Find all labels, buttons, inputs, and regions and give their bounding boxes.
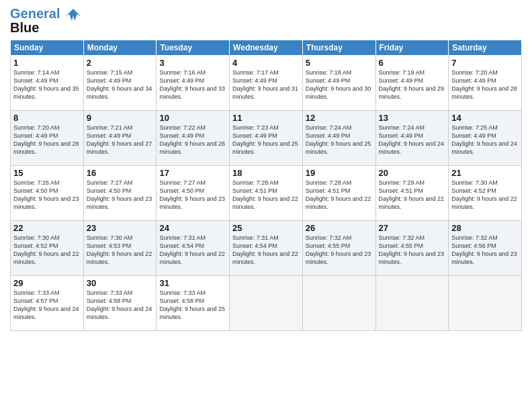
calendar-cell: 2Sunrise: 7:15 AMSunset: 4:49 PMDaylight…	[83, 55, 157, 110]
calendar-cell: 17Sunrise: 7:27 AMSunset: 4:50 PMDayligh…	[157, 165, 230, 220]
day-number: 3	[159, 58, 226, 68]
col-wednesday: Wednesday	[230, 40, 303, 55]
day-number: 22	[13, 223, 81, 233]
main-container: General Blue Sunday Monday Tuesday Wedne…	[0, 0, 532, 334]
day-number: 12	[306, 113, 373, 123]
calendar-header-row: Sunday Monday Tuesday Wednesday Thursday…	[11, 40, 522, 55]
day-number: 16	[87, 168, 154, 178]
calendar-cell: 8Sunrise: 7:20 AMSunset: 4:49 PMDaylight…	[11, 110, 84, 165]
calendar-table: Sunday Monday Tuesday Wednesday Thursday…	[10, 40, 522, 331]
day-info: Sunrise: 7:20 AMSunset: 4:49 PMDaylight:…	[13, 124, 81, 156]
day-number: 25	[232, 223, 300, 233]
calendar-cell: 12Sunrise: 7:24 AMSunset: 4:49 PMDayligh…	[302, 110, 375, 165]
day-number: 20	[379, 168, 446, 178]
day-info: Sunrise: 7:29 AMSunset: 4:51 PMDaylight:…	[379, 179, 446, 212]
calendar-cell: 28Sunrise: 7:32 AMSunset: 4:56 PMDayligh…	[449, 220, 522, 275]
col-sunday: Sunday	[11, 40, 84, 55]
calendar-cell	[449, 275, 522, 330]
day-info: Sunrise: 7:32 AMSunset: 4:55 PMDaylight:…	[379, 234, 446, 267]
day-number: 6	[379, 58, 446, 68]
day-info: Sunrise: 7:25 AMSunset: 4:49 PMDaylight:…	[451, 124, 519, 156]
day-number: 31	[159, 278, 226, 288]
day-info: Sunrise: 7:24 AMSunset: 4:49 PMDaylight:…	[379, 124, 446, 156]
day-info: Sunrise: 7:23 AMSunset: 4:49 PMDaylight:…	[232, 124, 300, 156]
calendar-cell: 18Sunrise: 7:28 AMSunset: 4:51 PMDayligh…	[230, 165, 303, 220]
calendar-week-row: 29Sunrise: 7:33 AMSunset: 4:57 PMDayligh…	[11, 275, 522, 330]
day-number: 7	[451, 58, 519, 68]
calendar-cell: 31Sunrise: 7:33 AMSunset: 4:58 PMDayligh…	[157, 275, 230, 330]
day-info: Sunrise: 7:27 AMSunset: 4:50 PMDaylight:…	[159, 179, 226, 212]
calendar-cell: 9Sunrise: 7:21 AMSunset: 4:49 PMDaylight…	[83, 110, 157, 165]
day-number: 28	[451, 223, 519, 233]
day-number: 13	[379, 113, 446, 123]
calendar-cell: 27Sunrise: 7:32 AMSunset: 4:55 PMDayligh…	[375, 220, 449, 275]
day-info: Sunrise: 7:26 AMSunset: 4:50 PMDaylight:…	[13, 179, 81, 212]
day-info: Sunrise: 7:16 AMSunset: 4:49 PMDaylight:…	[159, 68, 226, 101]
day-info: Sunrise: 7:27 AMSunset: 4:50 PMDaylight:…	[87, 179, 154, 212]
day-number: 30	[87, 278, 154, 288]
day-number: 8	[13, 113, 81, 123]
calendar-cell: 7Sunrise: 7:20 AMSunset: 4:49 PMDaylight…	[449, 55, 522, 110]
calendar-week-row: 1Sunrise: 7:14 AMSunset: 4:49 PMDaylight…	[11, 55, 522, 110]
calendar-cell: 21Sunrise: 7:30 AMSunset: 4:52 PMDayligh…	[449, 165, 522, 220]
day-info: Sunrise: 7:33 AMSunset: 4:58 PMDaylight:…	[159, 289, 226, 322]
day-number: 19	[306, 168, 373, 178]
day-info: Sunrise: 7:30 AMSunset: 4:53 PMDaylight:…	[87, 234, 154, 267]
day-info: Sunrise: 7:20 AMSunset: 4:49 PMDaylight:…	[451, 68, 519, 101]
day-number: 2	[87, 58, 154, 68]
calendar-cell: 24Sunrise: 7:31 AMSunset: 4:54 PMDayligh…	[157, 220, 230, 275]
day-number: 1	[13, 58, 81, 68]
day-number: 26	[306, 223, 373, 233]
day-info: Sunrise: 7:19 AMSunset: 4:49 PMDaylight:…	[379, 68, 446, 101]
day-info: Sunrise: 7:31 AMSunset: 4:54 PMDaylight:…	[159, 234, 226, 267]
day-info: Sunrise: 7:24 AMSunset: 4:49 PMDaylight:…	[306, 124, 373, 156]
day-info: Sunrise: 7:33 AMSunset: 4:58 PMDaylight:…	[87, 289, 154, 322]
logo-text-block: General Blue	[10, 7, 81, 34]
calendar-cell: 14Sunrise: 7:25 AMSunset: 4:49 PMDayligh…	[449, 110, 522, 165]
day-number: 17	[159, 168, 226, 178]
calendar-week-row: 8Sunrise: 7:20 AMSunset: 4:49 PMDaylight…	[11, 110, 522, 165]
calendar-cell	[302, 275, 375, 330]
day-info: Sunrise: 7:31 AMSunset: 4:54 PMDaylight:…	[232, 234, 300, 267]
calendar-cell: 11Sunrise: 7:23 AMSunset: 4:49 PMDayligh…	[230, 110, 303, 165]
calendar-cell: 5Sunrise: 7:18 AMSunset: 4:49 PMDaylight…	[302, 55, 375, 110]
day-number: 14	[451, 113, 519, 123]
day-info: Sunrise: 7:28 AMSunset: 4:51 PMDaylight:…	[306, 179, 373, 212]
day-info: Sunrise: 7:32 AMSunset: 4:56 PMDaylight:…	[451, 234, 519, 267]
calendar-cell: 4Sunrise: 7:17 AMSunset: 4:49 PMDaylight…	[230, 55, 303, 110]
day-number: 21	[451, 168, 519, 178]
day-info: Sunrise: 7:30 AMSunset: 4:52 PMDaylight:…	[13, 234, 81, 267]
calendar-cell: 13Sunrise: 7:24 AMSunset: 4:49 PMDayligh…	[375, 110, 449, 165]
day-number: 15	[13, 168, 81, 178]
calendar-cell: 10Sunrise: 7:22 AMSunset: 4:49 PMDayligh…	[157, 110, 230, 165]
day-number: 29	[13, 278, 81, 288]
day-info: Sunrise: 7:18 AMSunset: 4:49 PMDaylight:…	[306, 68, 373, 101]
day-number: 5	[306, 58, 373, 68]
day-number: 11	[232, 113, 300, 123]
day-number: 4	[232, 58, 300, 68]
day-number: 10	[159, 113, 226, 123]
logo-line2: Blue	[10, 21, 81, 34]
day-info: Sunrise: 7:33 AMSunset: 4:57 PMDaylight:…	[13, 289, 81, 322]
logo-bird-icon	[65, 7, 81, 22]
logo: General Blue	[10, 7, 81, 34]
calendar-week-row: 22Sunrise: 7:30 AMSunset: 4:52 PMDayligh…	[11, 220, 522, 275]
calendar-cell: 26Sunrise: 7:32 AMSunset: 4:55 PMDayligh…	[302, 220, 375, 275]
calendar-cell: 16Sunrise: 7:27 AMSunset: 4:50 PMDayligh…	[83, 165, 157, 220]
logo-general: General	[10, 6, 60, 21]
day-number: 23	[87, 223, 154, 233]
col-saturday: Saturday	[449, 40, 522, 55]
day-info: Sunrise: 7:30 AMSunset: 4:52 PMDaylight:…	[451, 179, 519, 212]
day-number: 9	[87, 113, 154, 123]
day-info: Sunrise: 7:22 AMSunset: 4:49 PMDaylight:…	[159, 124, 226, 156]
calendar-cell	[230, 275, 303, 330]
header: General Blue	[10, 7, 522, 34]
calendar-week-row: 15Sunrise: 7:26 AMSunset: 4:50 PMDayligh…	[11, 165, 522, 220]
calendar-cell	[375, 275, 449, 330]
col-friday: Friday	[375, 40, 449, 55]
day-number: 18	[232, 168, 300, 178]
calendar-cell: 19Sunrise: 7:28 AMSunset: 4:51 PMDayligh…	[302, 165, 375, 220]
calendar-cell: 1Sunrise: 7:14 AMSunset: 4:49 PMDaylight…	[11, 55, 84, 110]
day-info: Sunrise: 7:14 AMSunset: 4:49 PMDaylight:…	[13, 68, 81, 101]
day-info: Sunrise: 7:15 AMSunset: 4:49 PMDaylight:…	[87, 68, 154, 101]
